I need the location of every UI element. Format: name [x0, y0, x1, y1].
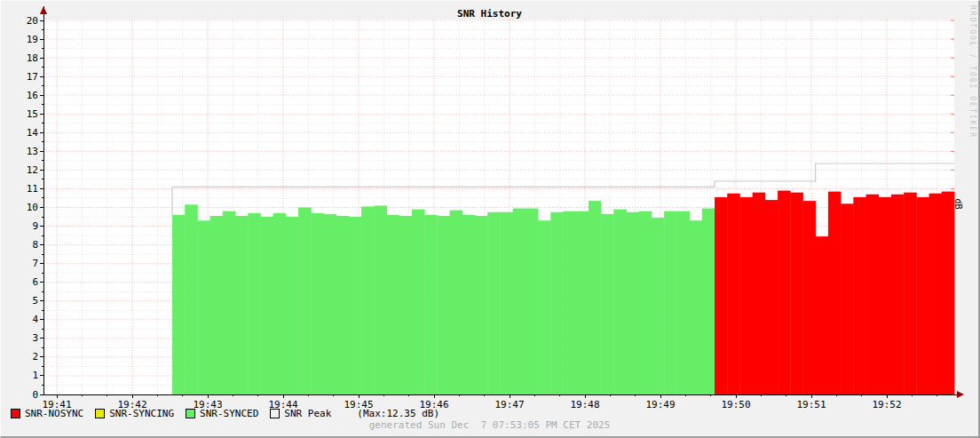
snr-history-graph: 0123456789101112131415161718192019:4119:…	[0, 0, 980, 438]
legend-item-synced: SNR-SYNCED	[186, 408, 258, 419]
area-snr-nosync	[929, 194, 943, 394]
area-snr-synced	[462, 215, 476, 394]
y-tick-label: 18	[27, 52, 38, 64]
area-snr-synced	[676, 211, 690, 394]
area-snr-synced	[437, 216, 450, 394]
area-snr-synced	[475, 216, 488, 394]
area-snr-synced	[424, 215, 438, 394]
area-snr-synced	[311, 213, 324, 394]
y-tick-label: 15	[27, 108, 38, 120]
y-tick-label: 10	[27, 202, 38, 213]
area-snr-synced	[576, 211, 589, 394]
y-tick-label: 2	[32, 351, 38, 362]
area-snr-nosync	[942, 192, 955, 394]
area-snr-synced	[500, 212, 513, 394]
area-snr-synced	[399, 216, 413, 394]
y-tick-label: 6	[32, 276, 38, 288]
y-tick-label: 12	[27, 164, 38, 176]
legend-label-peak: SNR Peak	[284, 408, 331, 419]
y-tick-label: 16	[27, 90, 38, 101]
y-tick-label: 9	[32, 220, 38, 232]
x-tick-label: 19:50	[721, 399, 750, 410]
area-snr-synced	[298, 208, 312, 395]
legend-item-peak: SNR Peak	[270, 408, 331, 419]
area-snr-synced	[374, 205, 387, 394]
x-tick-label: 19:47	[494, 399, 524, 410]
area-snr-nosync	[715, 197, 728, 394]
x-tick-label: 19:52	[872, 399, 901, 410]
area-snr-synced	[223, 211, 236, 394]
area-snr-synced	[639, 211, 652, 394]
area-snr-synced	[336, 216, 350, 394]
syncing-swatch-icon	[95, 409, 105, 418]
area-snr-nosync	[765, 200, 778, 394]
area-snr-synced	[324, 214, 337, 394]
area-snr-nosync	[739, 197, 753, 394]
area-snr-nosync	[904, 193, 917, 394]
area-snr-nosync	[778, 191, 791, 394]
legend-label-nosync: SNR-NOSYNC	[25, 408, 83, 419]
synced-swatch-icon	[186, 409, 195, 418]
x-tick-label: 19:51	[796, 399, 826, 410]
area-snr-nosync	[891, 195, 905, 394]
legend-item-nosync: SNR-NOSYNC	[11, 408, 83, 419]
area-snr-synced	[172, 215, 186, 394]
area-snr-synced	[613, 210, 627, 394]
area-snr-synced	[550, 212, 564, 394]
area-snr-nosync	[727, 194, 740, 394]
y-tick-label: 3	[32, 332, 38, 344]
area-snr-synced	[589, 201, 602, 394]
peak-max-annotation: (Max:12.35 dB)	[357, 408, 439, 419]
y-tick-label: 4	[32, 314, 38, 325]
x-tick-label: 19:48	[570, 399, 599, 410]
area-snr-synced	[538, 220, 551, 394]
peak-swatch-icon	[270, 409, 280, 418]
area-snr-synced	[702, 209, 715, 394]
area-snr-nosync	[841, 203, 854, 394]
right-axis-unit-label: dB	[953, 198, 963, 209]
area-snr-synced	[260, 217, 273, 394]
area-snr-nosync	[802, 201, 816, 394]
area-snr-synced	[564, 211, 577, 394]
area-snr-nosync	[816, 236, 829, 394]
chart-canvas: 0123456789101112131415161718192019:4119:…	[1, 1, 980, 438]
generated-timestamp: generated Sun Dec 7 07:53:05 PM CET 2025	[1, 419, 978, 431]
nosync-swatch-icon	[11, 409, 20, 418]
area-snr-synced	[652, 218, 665, 394]
area-snr-synced	[248, 213, 261, 394]
area-snr-synced	[627, 212, 640, 394]
y-tick-label: 14	[27, 127, 39, 139]
y-tick-label: 1	[32, 370, 38, 381]
area-snr-nosync	[916, 197, 929, 394]
area-snr-synced	[664, 211, 677, 394]
area-snr-synced	[526, 209, 539, 394]
area-snr-synced	[286, 217, 299, 394]
area-snr-nosync	[879, 197, 892, 394]
area-snr-synced	[185, 204, 198, 394]
legend-label-syncing: SNR-SYNCING	[109, 408, 174, 419]
chart-title: SNR History	[1, 8, 978, 20]
area-snr-synced	[487, 212, 501, 394]
area-snr-synced	[361, 206, 375, 394]
area-snr-synced	[210, 216, 224, 394]
area-snr-synced	[513, 209, 526, 394]
area-snr-synced	[690, 220, 703, 394]
rrdtool-watermark: RRDTOOL / TOBI OETIKER	[968, 5, 976, 139]
area-snr-nosync	[753, 193, 766, 394]
area-snr-nosync	[866, 195, 880, 394]
y-tick-label: 8	[32, 239, 38, 251]
area-snr-synced	[387, 215, 400, 394]
y-tick-label: 5	[32, 295, 38, 307]
y-tick-label: 11	[27, 183, 38, 195]
y-tick-label: 19	[27, 34, 38, 45]
area-snr-synced	[273, 213, 287, 394]
area-snr-synced	[601, 214, 614, 394]
area-snr-synced	[412, 210, 425, 394]
area-snr-synced	[197, 220, 210, 394]
area-snr-nosync	[853, 197, 866, 394]
legend: SNR-NOSYNC SNR-SYNCING SNR-SYNCED SNR Pe…	[11, 408, 439, 419]
area-snr-synced	[349, 217, 362, 394]
area-snr-synced	[450, 211, 463, 394]
y-tick-label: 7	[32, 258, 38, 269]
y-tick-label: 13	[27, 146, 38, 157]
